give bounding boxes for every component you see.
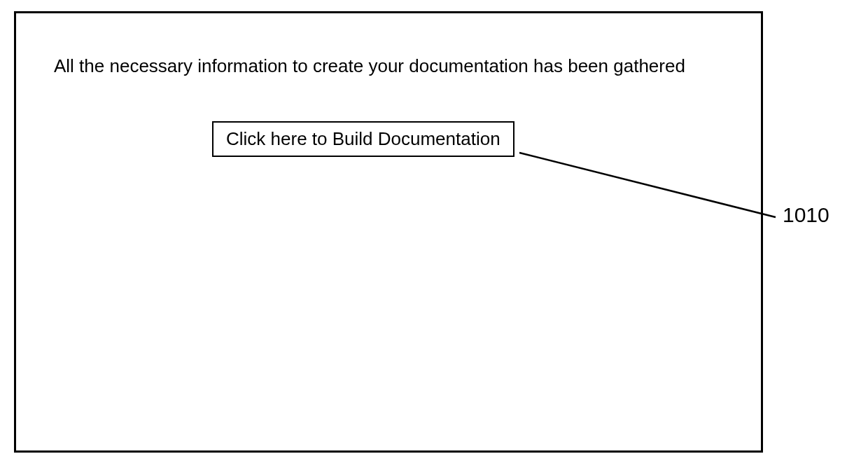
dialog-panel: All the necessary information to create … — [14, 11, 763, 453]
build-documentation-button[interactable]: Click here to Build Documentation — [212, 121, 514, 157]
status-message: All the necessary information to create … — [54, 55, 685, 77]
callout-ref-number: 1010 — [783, 203, 830, 227]
